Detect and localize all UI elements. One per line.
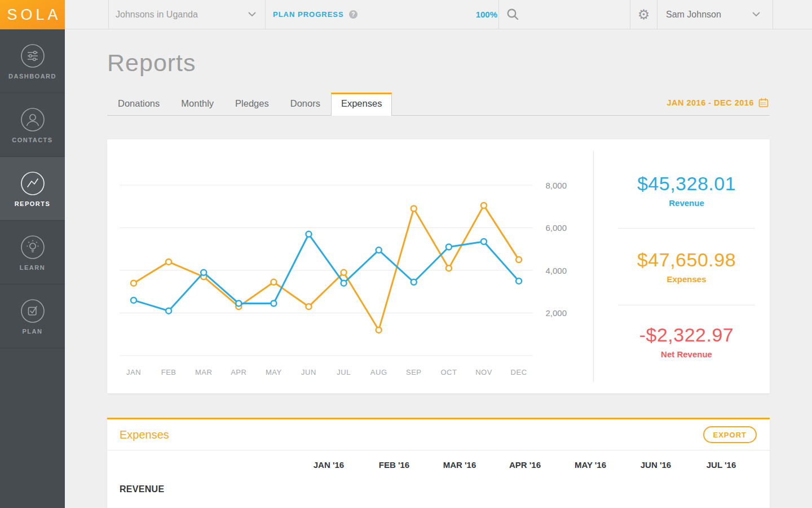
date-range-picker[interactable]: JAN 2016 - DEC 2016 (667, 98, 769, 108)
table-column-header: JAN '16 (296, 460, 361, 470)
topbar-spacer (773, 0, 812, 29)
table-column-header: MAY '16 (558, 460, 623, 470)
expenses-chart-card: 2,0004,0006,0008,000JANFEBMARAPRMAYJUNJU… (107, 139, 770, 393)
revenue-expenses-line-chart: 2,0004,0006,0008,000JANFEBMARAPRMAYJUNJU… (107, 139, 598, 393)
sidebar-item-dashboard[interactable]: DASHBOARD (0, 29, 65, 93)
svg-text:SEP: SEP (406, 368, 422, 376)
top-bar: SOLA Johnsons in Uganda PLAN PROGRESS ? … (0, 0, 812, 29)
svg-text:MAR: MAR (195, 368, 212, 376)
svg-text:JAN: JAN (126, 368, 141, 376)
user-name: Sam Johnson (666, 10, 721, 20)
summary-divider (618, 305, 755, 305)
svg-text:JUN: JUN (301, 368, 316, 376)
net-revenue-label: Net Revenue (603, 349, 770, 359)
expenses-total: $47,650.98 (603, 249, 770, 271)
sidebar-item-reports[interactable]: REPORTS (0, 157, 65, 221)
table-column-header: JUN '16 (623, 460, 689, 470)
logo-text: SOLA (3, 6, 61, 24)
tab-pledges[interactable]: Pledges (224, 93, 280, 115)
page-title: Reports (107, 50, 770, 76)
search-icon (506, 8, 519, 21)
table-column-header: APR '16 (492, 460, 558, 470)
table-row-group-revenue: REVENUE (107, 484, 770, 494)
svg-text:MAY: MAY (266, 368, 282, 376)
sidebar-item-label: PLAN (23, 328, 43, 335)
sidebar-item-plan[interactable]: PLAN (0, 284, 65, 348)
report-tabs: Donations Monthly Pledges Donors Expense… (107, 93, 770, 116)
sidebar-item-learn[interactable]: LEARN (0, 221, 65, 284)
table-column-header: JUL '16 (689, 460, 754, 470)
table-header-spacer (120, 460, 296, 470)
expenses-table-card: Expenses EXPORT JAN '16FEB '16MAR '16APR… (107, 418, 770, 508)
checkbox-icon (20, 298, 46, 324)
export-button[interactable]: EXPORT (703, 426, 757, 443)
search-area[interactable] (498, 0, 630, 29)
sidebar-item-label: REPORTS (15, 200, 51, 207)
sidebar-item-label: CONTACTS (12, 137, 52, 143)
table-title: Expenses (120, 428, 169, 441)
line-chart-icon (20, 170, 46, 196)
expenses-label: Expenses (603, 274, 770, 284)
gear-icon: ⚙ (638, 8, 650, 21)
svg-text:6,000: 6,000 (545, 223, 567, 233)
chevron-down-icon (752, 12, 760, 17)
person-icon (20, 107, 46, 133)
svg-text:JUL: JUL (337, 368, 351, 376)
chevron-down-icon (248, 12, 256, 17)
settings-button[interactable]: ⚙ (630, 0, 657, 29)
svg-text:APR: APR (231, 368, 246, 376)
plan-progress: PLAN PROGRESS ? 100% (265, 0, 498, 29)
table-header-row: JAN '16FEB '16MAR '16APR '16MAY '16JUN '… (107, 460, 770, 470)
table-card-header: Expenses EXPORT (107, 419, 770, 450)
tab-monthly[interactable]: Monthly (170, 93, 224, 115)
svg-text:DEC: DEC (511, 368, 527, 376)
plan-progress-label: PLAN PROGRESS (273, 10, 344, 19)
user-menu[interactable]: Sam Johnson (657, 0, 773, 29)
table-column-header: FEB '16 (361, 460, 427, 470)
plan-progress-percent: 100% (476, 10, 497, 19)
table-column-header: MAR '16 (427, 460, 492, 470)
help-icon[interactable]: ? (349, 10, 358, 19)
account-selector-value: Johnsons in Uganda (116, 10, 198, 20)
revenue-total: $45,328.01 (603, 173, 770, 195)
app-screen: SOLA Johnsons in Uganda PLAN PROGRESS ? … (0, 0, 812, 508)
date-range-label: JAN 2016 - DEC 2016 (667, 98, 754, 107)
plan-progress-bar (363, 12, 469, 17)
revenue-label: Revenue (603, 198, 770, 208)
svg-text:FEB: FEB (161, 368, 176, 376)
card-divider (593, 151, 594, 382)
svg-text:8,000: 8,000 (545, 181, 567, 190)
topbar-spacer (65, 0, 108, 29)
sidebar-nav: DASHBOARD CONTACTS REPORTS (0, 29, 65, 508)
svg-text:OCT: OCT (440, 368, 457, 376)
summary-panel: $45,328.01 Revenue $47,650.98 Expenses -… (603, 139, 770, 393)
tab-donors[interactable]: Donors (280, 93, 331, 115)
sidebar-item-contacts[interactable]: CONTACTS (0, 93, 65, 157)
net-revenue-total: -$2,322.97 (603, 324, 770, 346)
sidebar-item-label: LEARN (20, 264, 45, 271)
svg-text:NOV: NOV (475, 368, 492, 376)
lightbulb-icon (20, 234, 46, 260)
logo[interactable]: SOLA (0, 0, 65, 29)
main-area: Reports Donations Monthly Pledges Donors… (65, 29, 812, 508)
svg-text:4,000: 4,000 (545, 266, 567, 275)
calendar-icon (758, 98, 769, 108)
account-selector[interactable]: Johnsons in Uganda (108, 0, 265, 29)
tab-expenses[interactable]: Expenses (331, 93, 392, 116)
sidebar-item-label: DASHBOARD (8, 73, 56, 80)
svg-text:AUG: AUG (370, 368, 387, 376)
svg-text:2,000: 2,000 (545, 308, 567, 318)
tab-donations[interactable]: Donations (107, 93, 170, 115)
summary-divider (618, 228, 755, 229)
sliders-icon (20, 43, 46, 69)
